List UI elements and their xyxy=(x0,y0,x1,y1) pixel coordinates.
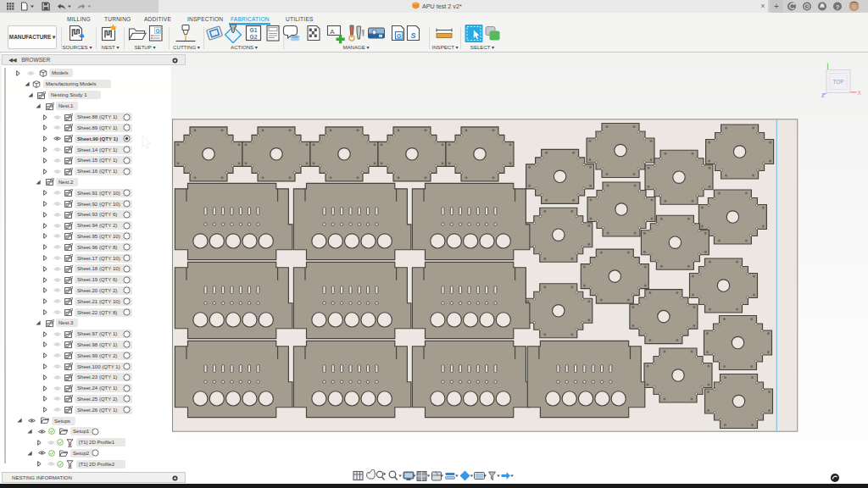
svg-text:?: ? xyxy=(836,3,840,11)
svg-text:G2: G2 xyxy=(250,34,258,40)
svg-text:X: X xyxy=(858,90,862,96)
svg-text:APU test 2 v2*: APU test 2 v2* xyxy=(422,3,462,10)
svg-text:G: G xyxy=(155,28,159,34)
svg-text:G: G xyxy=(397,33,402,39)
svg-text:S: S xyxy=(410,31,415,40)
svg-text:×: × xyxy=(761,2,765,10)
svg-text:G1: G1 xyxy=(250,27,258,33)
svg-text:A: A xyxy=(330,28,335,36)
svg-text:+: + xyxy=(774,2,779,11)
svg-text:TOP: TOP xyxy=(832,79,843,85)
